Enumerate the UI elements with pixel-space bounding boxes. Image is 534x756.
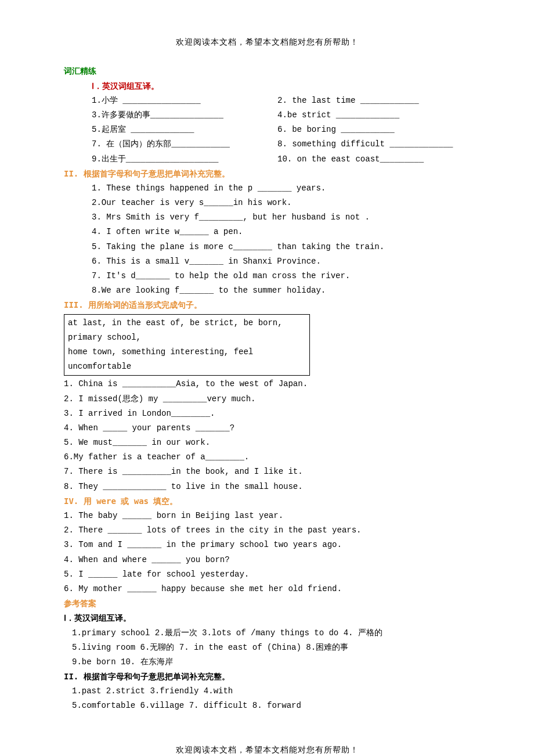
s1-row-3: 5.起居室 _____________ 6. be boring _______…	[64, 123, 470, 137]
word-bank-box: at last, in the east of, be strict, be b…	[64, 314, 310, 376]
s1-row-1: 1.小学 ________________ 2. the last time _…	[64, 93, 470, 108]
section-2-title: II. 根据首字母和句子意思把单词补充完整。	[64, 167, 470, 181]
s1-2-left: 3.许多要做的事_______________	[92, 108, 277, 123]
ans-s1-line-1: 1.primary school 2.最后一次 3.lots of /many …	[64, 626, 470, 640]
ans-s2-line-1: 1.past 2.strict 3.friendly 4.with	[64, 684, 470, 699]
s4-item-3: 3. Tom and I _______ in the primary scho…	[64, 538, 470, 552]
ans-s1-line-3: 9.be born 10. 在东海岸	[64, 655, 470, 669]
footer-text: 欢迎阅读本文档，希望本文档能对您有所帮助！	[64, 743, 470, 756]
s1-row-4: 7. 在（国内）的东部____________ 8. something dif…	[64, 137, 470, 152]
ans-s1-line-2: 5.living room 6.无聊的 7. in the east of (C…	[64, 640, 470, 655]
s1-1-right: 2. the last time ____________	[277, 93, 470, 108]
s2-item-4: 4. I often write w______ a pen.	[64, 225, 470, 239]
s3-item-1: 1. China is ___________Asia, to the west…	[64, 377, 470, 391]
s2-item-6: 6. This is a small v_______ in Shanxi Pr…	[64, 254, 470, 269]
s3-item-5: 5. We must_______ in our work.	[64, 435, 470, 450]
section-3-title: III. 用所给词的适当形式完成句子。	[64, 298, 470, 312]
answers-title: 参考答案	[64, 596, 470, 611]
answers-s2-title: II. 根据首字母和句子意思把单词补充完整。	[64, 669, 470, 684]
s2-item-1: 1. These things happened in the p ______…	[64, 181, 470, 196]
s4-item-6: 6. My mother ______ happy because she me…	[64, 582, 470, 596]
s4-item-1: 1. The baby ______ born in Beijing last …	[64, 509, 470, 523]
s3-item-8: 8. They _____________ to live in the sma…	[64, 480, 470, 494]
s3-item-4: 4. When _____ your parents _______?	[64, 421, 470, 435]
s4-item-4: 4. When and where ______ you born?	[64, 553, 470, 567]
s3-item-2: 2. I missed(思念) my _________very much.	[64, 392, 470, 406]
s1-5-right: 10. on the east coast_________	[277, 152, 470, 167]
s1-3-right: 6. be boring ___________	[277, 123, 470, 137]
s3-item-3: 3. I arrived in London________.	[64, 406, 470, 421]
s1-4-left: 7. 在（国内）的东部____________	[92, 137, 277, 152]
s1-3-left: 5.起居室 _____________	[92, 123, 277, 137]
s1-4-right: 8. something difficult _____________	[277, 137, 470, 152]
s2-item-8: 8.We are looking f_______ to the summer …	[64, 283, 470, 298]
s3-item-6: 6.My father is a teacher of a________.	[64, 450, 470, 465]
s2-item-3: 3. Mrs Smith is very f_________, but her…	[64, 210, 470, 225]
s2-item-5: 5. Taking the plane is more c________ th…	[64, 240, 470, 254]
s4-item-5: 5. I ______ late for school yesterday.	[64, 567, 470, 582]
s1-1-left: 1.小学 ________________	[92, 93, 277, 108]
box-line-1: at last, in the east of, be strict, be b…	[68, 316, 306, 345]
answers-s1-title: Ⅰ．英汉词组互译。	[64, 611, 470, 625]
ans-s2-line-2: 5.comfortable 6.village 7. difficult 8. …	[64, 699, 470, 713]
s2-item-2: 2.Our teacher is very s______in his work…	[64, 196, 470, 210]
s4-item-2: 2. There _______ lots of trees in the ci…	[64, 523, 470, 538]
s3-item-7: 7. There is __________in the book, and I…	[64, 465, 470, 479]
main-title: 词汇精练	[64, 64, 470, 78]
s1-row-5: 9.出生于___________________ 10. on the east…	[64, 152, 470, 167]
s1-row-2: 3.许多要做的事_______________ 4.be strict ____…	[64, 108, 470, 123]
s2-item-7: 7. It's d_______ to help the old man cro…	[64, 269, 470, 283]
s1-2-right: 4.be strict _____________	[277, 108, 470, 123]
section-1-title: Ⅰ．英汉词组互译。	[64, 79, 470, 93]
section-4-title: IV. 用 were 或 was 填空。	[64, 494, 470, 509]
header-text: 欢迎阅读本文档，希望本文档能对您有所帮助！	[64, 35, 470, 49]
box-line-2: home town, something interesting, feel u…	[68, 345, 306, 374]
s1-5-left: 9.出生于___________________	[92, 152, 277, 167]
